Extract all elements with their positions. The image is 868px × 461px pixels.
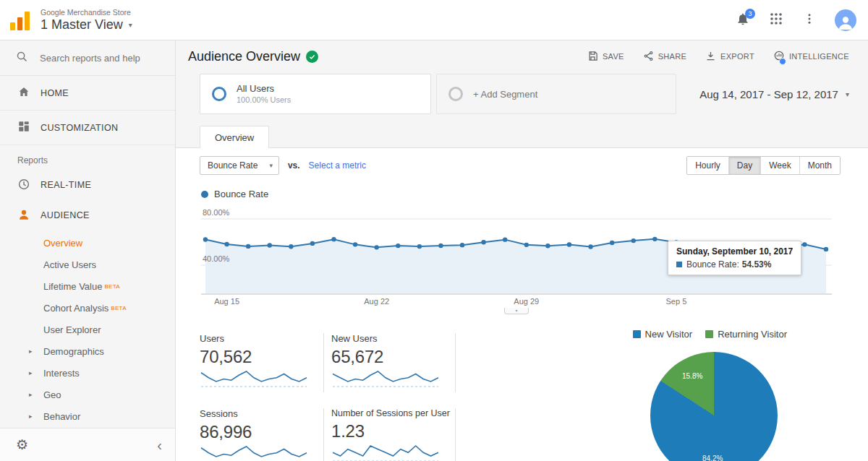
- verified-check-icon: [306, 51, 318, 63]
- app-header: Google Merchandise Store 1 Master View ▾…: [0, 0, 868, 40]
- y-axis-label: 80.00%: [203, 208, 229, 217]
- sidebar-item-label: AUDIENCE: [41, 210, 90, 220]
- expand-arrow-icon[interactable]: ▸: [29, 413, 33, 420]
- sidebar-search[interactable]: [0, 40, 175, 76]
- apps-grid-icon: [770, 12, 783, 28]
- new-visitor-swatch: [633, 330, 641, 338]
- submenu-label: User Explorer: [43, 324, 101, 335]
- summary-metrics: Users 70,562 New Users 65,672 Sessions 8…: [200, 333, 456, 461]
- intelligence-button[interactable]: INTELLIGENCE: [773, 50, 849, 63]
- new-users-sparkline: [331, 369, 440, 390]
- expand-arrow-icon[interactable]: ▸: [29, 391, 33, 398]
- granularity-day-button[interactable]: Day: [728, 157, 760, 174]
- sidebar-item-realtime[interactable]: REAL-TIME: [0, 170, 175, 200]
- tab-label: Overview: [215, 132, 254, 143]
- audience-submenu: Overview Active Users Lifetime Value BET…: [0, 232, 175, 427]
- sidebar-item-customization[interactable]: CUSTOMIZATION: [0, 111, 175, 145]
- submenu-label: Demographics: [43, 346, 104, 357]
- home-icon: [17, 85, 30, 100]
- metric-value: 70,562: [200, 347, 318, 367]
- tooltip-date: Sunday, September 10, 2017: [676, 246, 793, 257]
- user-avatar[interactable]: [835, 9, 856, 31]
- report-content: Bounce Rate ▾ vs. Select a metric Hourly…: [176, 148, 868, 461]
- x-axis-tick-label: Aug 22: [364, 297, 389, 306]
- overflow-menu-button[interactable]: [801, 12, 817, 28]
- save-button[interactable]: SAVE: [587, 51, 624, 63]
- pie-legend: New Visitor Returning Visitor: [642, 329, 787, 340]
- metric-selector-dropdown[interactable]: Bounce Rate ▾: [200, 156, 279, 175]
- granularity-hourly-button[interactable]: Hourly: [687, 157, 728, 174]
- sidebar-item-audience[interactable]: AUDIENCE: [0, 200, 175, 231]
- legend-label: New Visitor: [645, 329, 693, 340]
- x-axis-labels: Aug 15Aug 22Aug 29Sep 5: [201, 297, 832, 307]
- select-metric-link[interactable]: Select a metric: [309, 160, 366, 171]
- sidebar-item-home[interactable]: HOME: [0, 76, 175, 111]
- metric-value: 65,672: [331, 347, 449, 367]
- segment-title: All Users: [237, 83, 291, 95]
- sidebar-item-overview[interactable]: Overview: [0, 232, 175, 254]
- account-view-block: Google Merchandise Store 1 Master View ▾: [41, 8, 132, 32]
- metric-label: Users: [200, 333, 318, 344]
- metric-new-users: New Users 65,672: [331, 333, 456, 392]
- sidebar-item-user-explorer[interactable]: User Explorer: [0, 319, 175, 340]
- bounce-rate-line-chart[interactable]: 80.00% 40.00% Aug 15Aug 22Aug 29Sep 5 ▾ …: [201, 204, 832, 319]
- share-label: SHARE: [658, 52, 686, 61]
- timeline-scrubber-handle[interactable]: ▾: [504, 308, 529, 314]
- apps-grid-button[interactable]: [768, 12, 784, 28]
- notifications-button[interactable]: 3: [735, 12, 751, 28]
- submenu-label: Active Users: [43, 259, 96, 270]
- granularity-month-button[interactable]: Month: [799, 157, 840, 174]
- add-segment-ring-icon: [448, 87, 463, 101]
- sidebar-footer: ⚙ ‹: [0, 428, 175, 461]
- visitor-type-pie-chart[interactable]: 15.8% 84.2%: [650, 352, 778, 461]
- x-axis-tick-label: Aug 15: [214, 297, 239, 306]
- chart-series-legend: Bounce Rate: [201, 189, 268, 199]
- returning-visitor-swatch: [705, 330, 713, 338]
- export-label: EXPORT: [720, 52, 754, 61]
- tooltip-value: 54.53%: [742, 259, 772, 270]
- sidebar-item-interests[interactable]: ▸ Interests: [0, 362, 175, 384]
- view-selector[interactable]: 1 Master View: [41, 17, 123, 32]
- series-dot-icon: [201, 191, 208, 198]
- beta-badge: BETA: [104, 283, 120, 290]
- google-analytics-logo[interactable]: [10, 10, 32, 30]
- view-caret-icon[interactable]: ▾: [129, 21, 132, 29]
- sidebar-item-geo[interactable]: ▸ Geo: [0, 384, 175, 405]
- sidebar-item-demographics[interactable]: ▸ Demographics: [0, 340, 175, 362]
- reports-section-label: Reports: [0, 145, 175, 170]
- date-caret-icon: ▾: [846, 90, 849, 98]
- legend-label: Returning Visitor: [718, 329, 787, 340]
- search-input[interactable]: [38, 52, 154, 64]
- sidebar-item-active-users[interactable]: Active Users: [0, 254, 175, 275]
- sidebar: HOME CUSTOMIZATION Reports REAL-TIME: [0, 40, 176, 461]
- sidebar-item-cohort-analysis[interactable]: Cohort Analysis BETA: [0, 297, 175, 319]
- metric-sessions-per-user: Number of Sessions per User 1.23: [331, 408, 456, 461]
- metric-label: Sessions: [200, 408, 318, 419]
- submenu-label: Overview: [43, 238, 82, 249]
- date-range-selector[interactable]: Aug 14, 2017 - Sep 12, 2017 ▾: [699, 88, 849, 100]
- sidebar-item-lifetime-value[interactable]: Lifetime Value BETA: [0, 275, 175, 297]
- intelligence-badge: [779, 58, 786, 65]
- sessions-sparkline: [200, 444, 308, 461]
- series-legend-label: Bounce Rate: [214, 189, 268, 199]
- search-icon: [16, 51, 28, 66]
- granularity-week-button[interactable]: Week: [760, 157, 799, 174]
- collapse-sidebar-icon[interactable]: ‹: [157, 438, 162, 452]
- metric-value: 86,996: [200, 422, 318, 442]
- audience-person-icon: [17, 208, 30, 223]
- tab-overview[interactable]: Overview: [200, 126, 269, 148]
- metric-label: New Users: [331, 333, 449, 344]
- sidebar-item-behavior[interactable]: ▸ Behavior: [0, 405, 175, 427]
- sessions-per-user-sparkline: [331, 443, 440, 461]
- page-title: Audience Overview: [188, 49, 300, 64]
- add-segment-button[interactable]: + Add Segment: [436, 74, 676, 114]
- metric-selector-value: Bounce Rate: [208, 160, 258, 171]
- share-button[interactable]: SHARE: [643, 51, 686, 63]
- customization-icon: [17, 120, 30, 135]
- segment-ring-icon: [212, 87, 226, 101]
- expand-arrow-icon[interactable]: ▸: [29, 369, 33, 376]
- expand-arrow-icon[interactable]: ▸: [29, 348, 33, 355]
- export-button[interactable]: EXPORT: [705, 51, 754, 63]
- settings-gear-icon[interactable]: ⚙: [16, 436, 28, 453]
- segment-all-users[interactable]: All Users 100.00% Users: [200, 74, 431, 114]
